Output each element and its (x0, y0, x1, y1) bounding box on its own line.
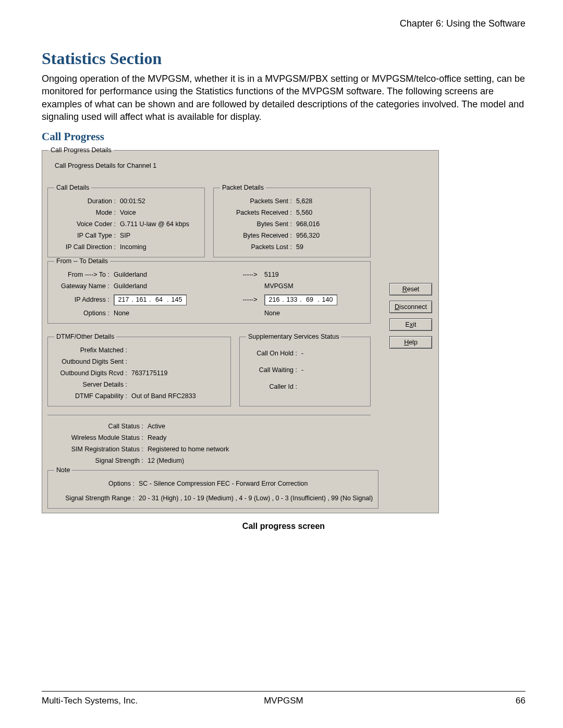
signal-range-value: 20 - 31 (High) , 10 - 19 (Medium) , 4 - … (139, 495, 373, 502)
ip-address-label: IP Address : (53, 296, 114, 303)
packet-details-group: Packet Details Packets Sent :5,628 Packe… (213, 184, 371, 257)
section-title: Statistics Section (42, 49, 525, 68)
from-to-legend: From -- To Details (54, 257, 110, 265)
outbound-sent-label: Outbound Digits Sent : (53, 358, 131, 365)
packets-sent-value: 5,628 (296, 198, 312, 205)
duration-label: Duration : (53, 198, 120, 205)
signal-strength-label: Signal Strength : (51, 457, 148, 464)
note-group: Note Options :SC - Silence Compression F… (47, 466, 378, 509)
wireless-status-value: Ready (148, 434, 166, 441)
help-button[interactable]: Help (389, 336, 432, 349)
supp-services-legend: Supplementary Services Status (246, 333, 341, 340)
packets-lost-label: Packets Lost : (219, 243, 296, 251)
call-progress-dialog: Call Progress Details Call Progress Deta… (42, 146, 439, 513)
bytes-received-label: Bytes Received : (219, 232, 296, 239)
call-on-hold-label: Call On Hold : (245, 350, 301, 357)
sim-status-label: SIM Registration Status : (51, 446, 148, 453)
dtmf-capability-value: Out of Band RFC2833 (131, 392, 196, 400)
call-status-label: Call Status : (51, 423, 148, 430)
packets-sent-label: Packets Sent : (219, 198, 296, 205)
prefix-matched-label: Prefix Matched : (53, 347, 131, 354)
call-status-value: Active (148, 423, 165, 430)
sim-status-value: Registered to home network (148, 446, 229, 453)
dtmf-capability-label: DTMF Capability : (53, 392, 131, 400)
ip-call-direction-value: Incoming (120, 243, 146, 251)
caller-id-label: Caller Id : (245, 383, 301, 390)
duration-value: 00:01:52 (120, 198, 145, 205)
bytes-received-value: 956,320 (296, 232, 320, 239)
gateway-name-label: Gateway Name : (53, 282, 114, 290)
note-legend: Note (54, 466, 72, 474)
page-footer: Multi-Tech Systems, Inc. MVPGSM 66 (42, 691, 525, 706)
note-options-value: SC - Silence Compression FEC - Forward E… (139, 480, 308, 487)
from-to-left-value: Guilderland (114, 271, 147, 278)
dtmf-group: DTMF/Other Details Prefix Matched : Outb… (47, 333, 231, 406)
footer-page-number: 66 (364, 696, 525, 706)
packets-lost-value: 59 (296, 243, 303, 251)
from-to-label: From ----> To : (53, 271, 114, 278)
signal-range-label: Signal Strength Range : (53, 495, 139, 502)
supp-services-group: Supplementary Services Status Call On Ho… (239, 333, 371, 406)
dialog-legend: Call Progress Details (48, 146, 114, 154)
from-to-right-value: 5119 (264, 271, 365, 278)
server-details-label: Server Details : (53, 381, 131, 388)
arrow-icon: -----> (236, 296, 264, 303)
wireless-status-label: Wireless Module Status : (51, 434, 148, 441)
subsection-title: Call Progress (42, 130, 525, 143)
dtmf-legend: DTMF/Other Details (54, 333, 116, 340)
exit-button[interactable]: Exit (389, 318, 432, 331)
reset-button[interactable]: Reset (389, 283, 432, 295)
gateway-right-value: MVPGSM (264, 282, 365, 290)
footer-center: MVPGSM (203, 696, 364, 706)
packet-details-legend: Packet Details (220, 184, 266, 191)
outbound-rcvd-value: 7637175119 (131, 369, 168, 377)
call-waiting-label: Call Waiting : (245, 366, 301, 374)
dialog-actions: Reset Disconnect Exit Help (389, 283, 432, 349)
bytes-sent-label: Bytes Sent : (219, 220, 296, 228)
note-options-label: Options : (53, 480, 139, 487)
bytes-sent-value: 968,016 (296, 220, 320, 228)
ip-call-type-label: IP Call Type : (53, 232, 120, 239)
signal-strength-value: 12 (Medium) (148, 457, 184, 464)
section-paragraph: Ongoing operation of the MVPGSM, whether… (42, 72, 525, 123)
outbound-rcvd-label: Outbound Digits Rcvd : (53, 369, 131, 377)
call-waiting-value: - (301, 366, 303, 374)
packets-received-label: Packets Received : (219, 209, 296, 216)
status-group: Call Status :Active Wireless Module Stat… (47, 415, 371, 466)
voice-coder-label: Voice Coder : (53, 220, 120, 228)
options-label: Options : (53, 310, 114, 317)
gateway-left-value: Guilderland (114, 282, 147, 290)
chapter-header: Chapter 6: Using the Software (42, 18, 525, 29)
options-left-value: None (114, 310, 129, 317)
arrow-icon: -----> (236, 271, 264, 278)
call-details-group: Call Details Duration :00:01:52 Mode :Vo… (47, 184, 205, 257)
packets-received-value: 5,560 (296, 209, 312, 216)
mode-label: Mode : (53, 209, 120, 216)
dialog-subtitle: Call Progress Details for Channel 1 (47, 158, 433, 169)
footer-left: Multi-Tech Systems, Inc. (42, 696, 203, 706)
ip-address-right-field[interactable]: 216. 133. 69. 140 (264, 294, 337, 305)
ip-address-left-field[interactable]: 217. 161. 64. 145 (114, 294, 187, 305)
from-to-group: From -- To Details From ----> To :Guilde… (47, 257, 371, 324)
mode-value: Voice (120, 209, 136, 216)
voice-coder-value: G.711 U-law @ 64 kbps (120, 220, 189, 228)
ip-call-direction-label: IP Call Direction : (53, 243, 120, 251)
disconnect-button[interactable]: Disconnect (389, 301, 432, 313)
figure-caption: Call progress screen (42, 522, 525, 531)
ip-call-type-value: SIP (120, 232, 130, 239)
call-on-hold-value: - (301, 350, 303, 357)
options-right-value: None (264, 310, 365, 317)
call-details-legend: Call Details (54, 184, 91, 191)
